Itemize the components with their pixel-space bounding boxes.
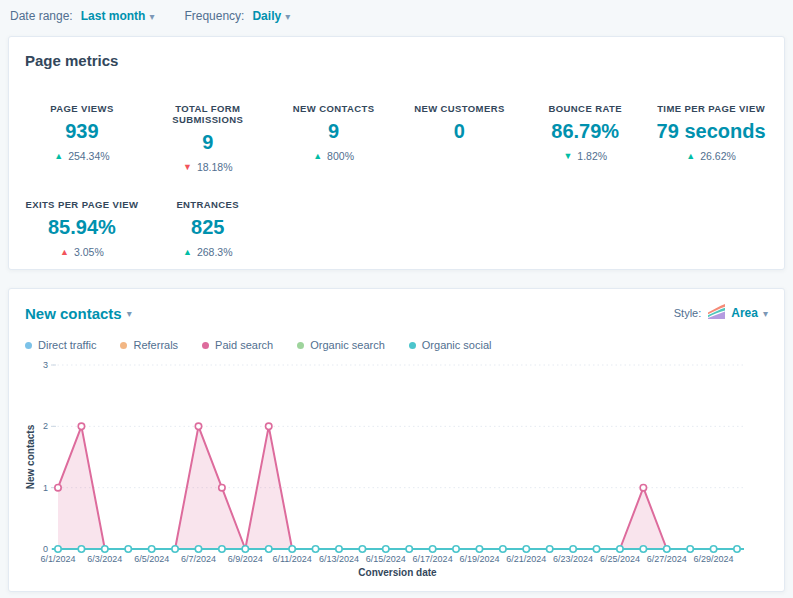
- svg-text:6/29/2024: 6/29/2024: [694, 554, 734, 564]
- area-chart: 01236/1/20246/3/20246/5/20246/7/20246/9/…: [25, 359, 770, 579]
- trend-arrow-icon: ▲: [313, 151, 322, 161]
- metric-tile: TOTAL FORM SUBMISSIONS 9 ▼ 18.18%: [145, 103, 271, 173]
- frequency-dropdown[interactable]: Daily ▾: [252, 9, 290, 23]
- metric-change: ▲ 3.05%: [19, 246, 145, 258]
- svg-text:6/27/2024: 6/27/2024: [647, 554, 687, 564]
- date-range-label: Date range:: [10, 9, 73, 23]
- trend-arrow-icon: ▼: [563, 151, 572, 161]
- metric-value: 86.79%: [522, 120, 648, 143]
- chevron-down-icon: ▾: [149, 11, 154, 22]
- metric-tile: PAGE VIEWS 939 ▲ 254.34%: [19, 103, 145, 173]
- chart-style-control: Style: Area ▾: [674, 303, 768, 323]
- data-point-marker: [640, 546, 646, 552]
- legend-item[interactable]: Organic search: [297, 339, 385, 351]
- data-point-marker: [687, 546, 693, 552]
- data-point-marker: [172, 546, 178, 552]
- metric-value: 79 seconds: [648, 120, 774, 143]
- metric-change: ▲ 26.62%: [648, 150, 774, 162]
- frequency-label: Frequency:: [184, 9, 244, 23]
- metric-tile: NEW CONTACTS 9 ▲ 800%: [271, 103, 397, 173]
- chevron-down-icon: ▾: [763, 308, 768, 319]
- trend-arrow-icon: ▲: [686, 151, 695, 161]
- metric-value: 85.94%: [19, 216, 145, 239]
- chart-header: New contacts ▾ Style: Area ▾: [9, 289, 784, 323]
- svg-text:6/5/2024: 6/5/2024: [134, 554, 169, 564]
- legend-item[interactable]: Referrals: [120, 339, 178, 351]
- svg-text:6/19/2024: 6/19/2024: [459, 554, 499, 564]
- metric-change-value: 26.62%: [700, 150, 736, 162]
- svg-text:New contacts: New contacts: [25, 424, 36, 489]
- chart-area: 01236/1/20246/3/20246/5/20246/7/20246/9/…: [9, 359, 784, 583]
- metric-change: ▼ 1.82%: [522, 150, 648, 162]
- metric-tile: EXITS PER PAGE VIEW 85.94% ▲ 3.05%: [19, 199, 145, 258]
- data-point-marker: [593, 546, 599, 552]
- metrics-grid: PAGE VIEWS 939 ▲ 254.34% TOTAL FORM SUBM…: [9, 103, 784, 258]
- data-point-marker: [219, 546, 225, 552]
- data-point-marker: [266, 546, 272, 552]
- legend-item[interactable]: Paid search: [202, 339, 273, 351]
- data-point-marker: [78, 546, 84, 552]
- legend-label: Direct traffic: [38, 339, 96, 351]
- metric-change: ▲ 800%: [271, 150, 397, 162]
- metric-change: ▼ 18.18%: [145, 161, 271, 173]
- legend-item[interactable]: Organic social: [409, 339, 492, 351]
- svg-text:6/25/2024: 6/25/2024: [600, 554, 640, 564]
- metric-value: 939: [19, 120, 145, 143]
- metric-change-value: 268.3%: [197, 246, 233, 258]
- svg-text:Conversion date: Conversion date: [358, 567, 437, 578]
- metric-value: 9: [145, 131, 271, 154]
- legend-item[interactable]: Direct traffic: [25, 339, 96, 351]
- data-point-marker: [617, 546, 623, 552]
- trend-arrow-icon: ▼: [183, 162, 192, 172]
- style-value: Area: [731, 306, 758, 320]
- metric-label: NEW CUSTOMERS: [397, 103, 523, 114]
- svg-text:6/23/2024: 6/23/2024: [553, 554, 593, 564]
- svg-text:6/11/2024: 6/11/2024: [272, 554, 311, 564]
- data-point-marker: [429, 546, 435, 552]
- trend-arrow-icon: ▲: [183, 247, 192, 257]
- style-label: Style:: [674, 307, 702, 319]
- trend-arrow-icon: ▲: [54, 151, 63, 161]
- data-point-marker: [734, 546, 740, 552]
- data-point-marker: [640, 484, 646, 490]
- metric-label: ENTRANCES: [145, 199, 271, 210]
- data-point-marker: [359, 546, 365, 552]
- chart-title: New contacts: [25, 305, 122, 322]
- filter-bar: Date range: Last month ▾ Frequency: Dail…: [0, 0, 793, 32]
- svg-text:6/1/2024: 6/1/2024: [40, 554, 75, 564]
- data-point-marker: [55, 484, 61, 490]
- svg-text:6/7/2024: 6/7/2024: [181, 554, 216, 564]
- legend-label: Paid search: [215, 339, 273, 351]
- trend-arrow-icon: ▲: [60, 247, 69, 257]
- data-point-marker: [289, 546, 295, 552]
- legend-label: Referrals: [133, 339, 178, 351]
- metric-value: 0: [397, 120, 523, 143]
- data-point-marker: [125, 546, 131, 552]
- metric-change-value: 254.34%: [68, 150, 109, 162]
- frequency-value: Daily: [252, 9, 281, 23]
- date-range-value: Last month: [81, 9, 146, 23]
- chart-legend: Direct trafficReferralsPaid searchOrgani…: [9, 339, 784, 351]
- data-point-marker: [406, 546, 412, 552]
- data-point-marker: [312, 546, 318, 552]
- data-point-marker: [453, 546, 459, 552]
- style-dropdown[interactable]: Area ▾: [707, 303, 768, 323]
- legend-dot-icon: [120, 342, 127, 349]
- date-range-dropdown[interactable]: Last month ▾: [81, 9, 155, 23]
- legend-dot-icon: [202, 342, 209, 349]
- metric-tile: ENTRANCES 825 ▲ 268.3%: [145, 199, 271, 258]
- data-point-marker: [500, 546, 506, 552]
- data-point-marker: [523, 546, 529, 552]
- metric-label: BOUNCE RATE: [522, 103, 648, 114]
- svg-text:6/9/2024: 6/9/2024: [228, 554, 263, 564]
- metric-label: EXITS PER PAGE VIEW: [19, 199, 145, 210]
- data-point-marker: [336, 546, 342, 552]
- data-point-marker: [195, 546, 201, 552]
- svg-text:6/17/2024: 6/17/2024: [413, 554, 453, 564]
- data-point-marker: [242, 546, 248, 552]
- svg-text:1: 1: [43, 483, 48, 493]
- chart-title-dropdown[interactable]: New contacts ▾: [25, 305, 132, 322]
- data-point-marker: [219, 484, 225, 490]
- legend-dot-icon: [25, 342, 32, 349]
- svg-text:6/21/2024: 6/21/2024: [506, 554, 546, 564]
